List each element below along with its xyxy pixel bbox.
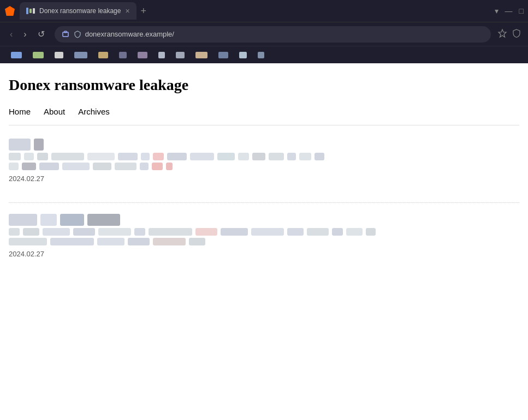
navigation-bar: ‹ › ↺ donexransomware.example/ bbox=[0, 22, 528, 46]
blur-block bbox=[299, 153, 311, 160]
post-desc-row-1b bbox=[9, 163, 519, 170]
post-title-1 bbox=[9, 139, 519, 170]
site-navigation: Home About Archives bbox=[9, 107, 519, 116]
brave-icon bbox=[5, 6, 15, 16]
bookmark-star-icon[interactable] bbox=[497, 28, 507, 40]
blur-block bbox=[217, 153, 235, 160]
nav-home-link[interactable]: Home bbox=[9, 107, 31, 116]
post-divider-1 bbox=[9, 202, 519, 203]
blur-block bbox=[98, 228, 131, 236]
post-desc-row-1a bbox=[9, 153, 519, 160]
tab-title: Donex ransomware leakage bbox=[39, 7, 121, 15]
blur-block bbox=[9, 214, 37, 226]
post-desc-row-2a bbox=[9, 228, 519, 236]
blur-block bbox=[346, 228, 363, 236]
blur-block bbox=[307, 228, 329, 236]
extensions-icon-left[interactable] bbox=[61, 30, 70, 39]
blur-block bbox=[221, 228, 248, 236]
blur-block bbox=[62, 163, 90, 170]
nav-archives-link[interactable]: Archives bbox=[78, 107, 110, 116]
blur-block bbox=[140, 163, 149, 170]
blur-block bbox=[9, 139, 31, 151]
window-controls: ▾ — □ bbox=[495, 7, 524, 15]
bookmark-1[interactable] bbox=[7, 49, 26, 61]
forward-button[interactable]: › bbox=[20, 27, 29, 41]
blur-block bbox=[43, 228, 70, 236]
blur-block bbox=[252, 153, 265, 160]
nav-about-link[interactable]: About bbox=[44, 107, 65, 116]
blur-block bbox=[238, 153, 249, 160]
blur-block bbox=[22, 163, 36, 170]
bookmark-9[interactable] bbox=[171, 49, 189, 61]
nav-right-icons bbox=[497, 28, 521, 40]
bookmark-4[interactable] bbox=[70, 49, 92, 61]
blur-block bbox=[97, 238, 124, 245]
bookmark-10[interactable] bbox=[191, 49, 212, 61]
blur-block bbox=[60, 214, 84, 226]
blur-block bbox=[332, 228, 343, 236]
bookmark-11[interactable] bbox=[214, 49, 233, 61]
bookmark-12[interactable] bbox=[235, 49, 251, 61]
address-left-icons bbox=[61, 30, 82, 39]
svg-marker-2 bbox=[499, 29, 506, 37]
bookmark-2[interactable] bbox=[28, 49, 48, 61]
blur-block bbox=[287, 228, 304, 236]
browser-window: Donex ransomware leakage × + ▾ — □ ‹ › ↺ bbox=[0, 0, 528, 420]
blur-block bbox=[24, 153, 34, 160]
new-tab-button[interactable]: + bbox=[139, 3, 149, 19]
blur-block bbox=[153, 238, 186, 245]
address-text[interactable]: donexransomware.example/ bbox=[85, 30, 484, 38]
blur-block bbox=[366, 228, 376, 236]
blur-block bbox=[9, 153, 21, 160]
blur-block bbox=[9, 163, 19, 170]
blur-block bbox=[118, 153, 138, 160]
tab-close-button[interactable]: × bbox=[125, 7, 129, 15]
bookmark-7[interactable] bbox=[133, 49, 152, 61]
blur-block bbox=[37, 153, 48, 160]
maximize-button[interactable]: □ bbox=[519, 7, 524, 15]
privacy-icon[interactable] bbox=[73, 30, 82, 39]
blur-block bbox=[9, 238, 47, 245]
blur-block bbox=[269, 153, 284, 160]
blur-block bbox=[87, 153, 115, 160]
title-bar: Donex ransomware leakage × + ▾ — □ bbox=[0, 0, 528, 22]
bookmark-13[interactable] bbox=[253, 49, 269, 61]
bookmark-6[interactable] bbox=[115, 49, 131, 61]
blur-block bbox=[51, 153, 84, 160]
site-title: Donex ransomware leakage bbox=[9, 76, 519, 94]
post-title-row-2 bbox=[9, 214, 519, 226]
refresh-button[interactable]: ↺ bbox=[34, 27, 48, 41]
bookmark-5[interactable] bbox=[94, 49, 112, 61]
bookmark-3[interactable] bbox=[50, 49, 68, 61]
shield-icon[interactable] bbox=[512, 28, 521, 40]
post-title-2 bbox=[9, 214, 519, 245]
blur-block bbox=[134, 228, 145, 236]
blur-block bbox=[149, 228, 192, 236]
nav-divider bbox=[9, 125, 519, 125]
post-date-2: 2024.02.27 bbox=[9, 250, 519, 258]
blur-block bbox=[251, 228, 284, 236]
blur-block bbox=[152, 163, 163, 170]
blur-block bbox=[287, 153, 296, 160]
blur-block bbox=[128, 238, 150, 245]
minimize-button[interactable]: — bbox=[505, 7, 513, 15]
bookmark-8[interactable] bbox=[154, 49, 169, 61]
tab-bar: Donex ransomware leakage × + bbox=[20, 2, 490, 20]
address-bar[interactable]: donexransomware.example/ bbox=[55, 26, 491, 43]
blur-block bbox=[141, 153, 150, 160]
blur-block bbox=[73, 228, 95, 236]
blur-block bbox=[9, 228, 20, 236]
blur-block bbox=[50, 238, 94, 245]
blur-block bbox=[40, 214, 57, 226]
blur-block bbox=[167, 153, 187, 160]
post-date-1: 2024.02.27 bbox=[9, 175, 519, 183]
active-tab[interactable]: Donex ransomware leakage × bbox=[20, 2, 137, 20]
dropdown-button[interactable]: ▾ bbox=[495, 7, 499, 15]
blur-block bbox=[23, 228, 39, 236]
blur-block bbox=[153, 153, 164, 160]
tab-favicon bbox=[26, 7, 35, 15]
blur-block bbox=[195, 228, 217, 236]
back-button[interactable]: ‹ bbox=[7, 27, 16, 41]
post-item-1: 2024.02.27 bbox=[9, 139, 519, 196]
blur-block bbox=[190, 153, 214, 160]
